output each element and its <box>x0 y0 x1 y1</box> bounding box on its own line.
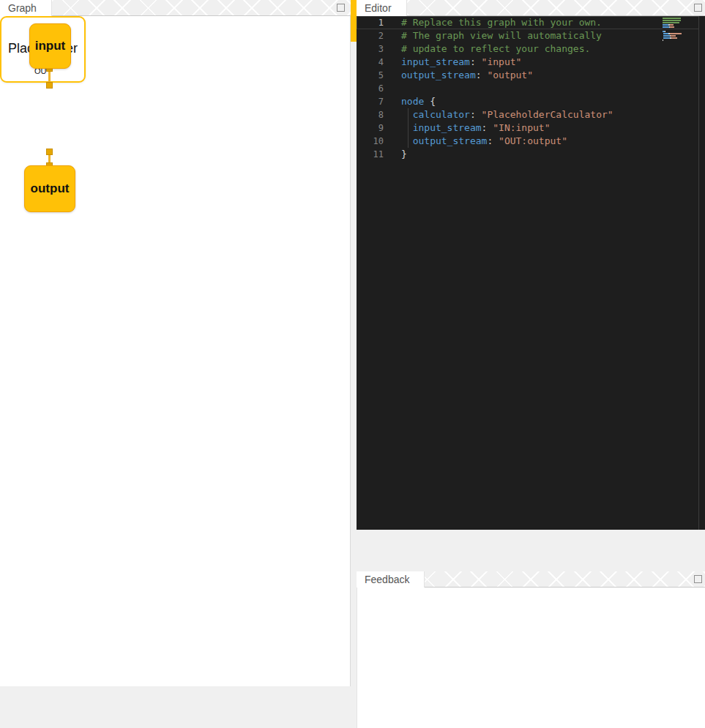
line-number: 11 <box>357 148 384 161</box>
code-line[interactable]: 2# The graph view will automatically <box>357 29 699 42</box>
code-line[interactable]: 9 input_stream: "IN:input" <box>357 121 699 135</box>
line-number: 10 <box>357 135 384 148</box>
editor-tabstrip: Editor <box>357 0 705 16</box>
tab-graph[interactable]: Graph <box>0 0 52 16</box>
code-text <box>384 82 401 95</box>
graph-node-output[interactable]: output <box>24 165 75 212</box>
editor-lines: 1# Replace this graph with your own.2# T… <box>357 16 705 161</box>
maximize-icon[interactable] <box>694 575 702 583</box>
port-connector <box>46 149 53 155</box>
graph-tabstrip: Graph <box>0 0 351 16</box>
code-line[interactable]: 10 output_stream: "OUT:output" <box>357 135 699 148</box>
graph-canvas[interactable]: input IN Placeholder OUT output <box>0 16 351 686</box>
code-editor[interactable]: 1# Replace this graph with your own.2# T… <box>357 16 705 530</box>
tab-editor[interactable]: Editor <box>357 0 407 16</box>
line-number: 1 <box>357 16 384 29</box>
maximize-icon[interactable] <box>694 4 702 12</box>
code-text: output_stream: "output" <box>384 69 533 82</box>
indent-guide <box>408 135 409 148</box>
graph-panel: Graph input IN Placeholder OUT output <box>0 0 351 686</box>
line-number: 3 <box>357 42 384 56</box>
node-label: output <box>31 181 70 196</box>
indent-guide <box>408 108 409 121</box>
line-number: 7 <box>357 95 384 108</box>
node-label: input <box>35 39 66 53</box>
indent-guide <box>408 121 409 135</box>
port-connector <box>46 82 53 89</box>
editor-minimap[interactable] <box>663 18 698 42</box>
code-line[interactable]: 8 calculator: "PlaceholderCalculator" <box>357 108 699 121</box>
tab-feedback[interactable]: Feedback <box>357 571 425 588</box>
code-text: calculator: "PlaceholderCalculator" <box>384 108 613 121</box>
code-text: output_stream: "OUT:output" <box>384 135 567 148</box>
feedback-tabstrip: Feedback <box>357 571 705 588</box>
line-number: 9 <box>357 121 384 135</box>
code-line[interactable]: 5output_stream: "output" <box>357 69 699 82</box>
editor-scrollbar[interactable] <box>698 16 699 530</box>
feedback-panel: Feedback <box>357 571 705 728</box>
code-text: input_stream: "input" <box>384 56 521 69</box>
code-text: input_stream: "IN:input" <box>384 121 551 135</box>
code-line[interactable]: 7node { <box>357 95 699 108</box>
line-number: 8 <box>357 108 384 121</box>
code-text: # update to reflect your changes. <box>384 42 590 56</box>
code-text: # The graph view will automatically <box>384 29 602 42</box>
code-text: } <box>384 148 407 161</box>
code-text: node { <box>384 95 436 108</box>
line-number: 5 <box>357 69 384 82</box>
line-number: 2 <box>357 29 384 42</box>
code-line[interactable]: 6 <box>357 82 699 95</box>
code-line[interactable]: 11} <box>357 148 699 161</box>
code-line[interactable]: 4input_stream: "input" <box>357 56 699 69</box>
maximize-icon[interactable] <box>337 4 345 12</box>
code-line[interactable]: 3# update to reflect your changes. <box>357 42 699 56</box>
line-number: 6 <box>357 82 384 95</box>
code-text: # Replace this graph with your own. <box>384 16 602 29</box>
feedback-content <box>357 588 705 728</box>
line-number: 4 <box>357 56 384 69</box>
code-line[interactable]: 1# Replace this graph with your own. <box>357 16 699 29</box>
graph-node-input[interactable]: input <box>29 23 71 69</box>
editor-panel: Editor 1# Replace this graph with your o… <box>357 0 705 530</box>
